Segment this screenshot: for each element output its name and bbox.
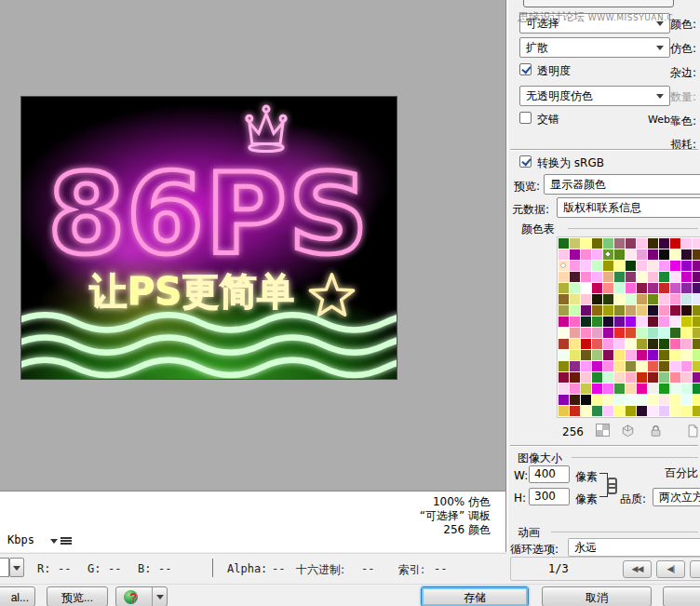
color-swatch[interactable] (648, 305, 658, 316)
color-swatch[interactable] (637, 406, 647, 416)
color-swatch[interactable] (681, 249, 692, 260)
color-swatch[interactable] (570, 261, 580, 271)
color-swatch[interactable] (637, 395, 647, 405)
height-input[interactable]: 300 (529, 488, 570, 505)
preview-image[interactable]: 86PS 让PS更简单 (20, 96, 397, 380)
color-swatch[interactable] (603, 328, 613, 338)
color-swatch[interactable] (559, 261, 569, 271)
color-swatch[interactable] (626, 272, 636, 282)
color-swatch[interactable] (648, 249, 658, 260)
color-swatch[interactable] (592, 305, 602, 316)
color-swatch[interactable] (659, 361, 669, 371)
color-swatch[interactable] (603, 283, 613, 293)
color-swatch[interactable] (614, 316, 625, 327)
color-swatch[interactable] (559, 384, 569, 394)
color-swatch[interactable] (592, 328, 602, 338)
color-swatch[interactable] (581, 361, 591, 371)
color-swatch[interactable] (603, 406, 613, 416)
color-swatch[interactable] (681, 372, 692, 383)
color-swatch[interactable] (670, 261, 680, 271)
color-swatch[interactable] (626, 328, 636, 338)
color-swatch[interactable] (659, 238, 669, 249)
color-swatch[interactable] (648, 350, 658, 360)
color-swatch[interactable] (681, 238, 692, 249)
color-swatch[interactable] (592, 261, 602, 271)
color-swatch[interactable] (626, 395, 636, 405)
color-swatch[interactable] (614, 350, 625, 360)
color-swatch[interactable] (637, 305, 647, 316)
color-swatch[interactable] (570, 238, 580, 249)
color-swatch[interactable] (670, 384, 680, 394)
color-swatch[interactable] (614, 372, 625, 383)
color-swatch[interactable] (681, 361, 692, 371)
color-swatch[interactable] (648, 328, 658, 338)
color-swatch[interactable] (626, 350, 636, 360)
color-swatch[interactable] (659, 384, 669, 394)
color-swatch[interactable] (637, 294, 647, 304)
color-swatch[interactable] (637, 350, 647, 360)
device-central-button[interactable]: al... (0, 586, 35, 606)
color-swatch[interactable] (659, 249, 669, 260)
color-swatch[interactable] (570, 384, 580, 394)
color-swatch[interactable] (693, 361, 700, 371)
color-swatch[interactable] (693, 283, 700, 293)
color-swatch[interactable] (637, 384, 647, 394)
color-swatch[interactable] (603, 316, 613, 327)
color-swatch[interactable] (592, 361, 602, 371)
color-swatch[interactable] (693, 328, 700, 338)
color-swatch[interactable] (581, 339, 591, 349)
color-swatch[interactable] (626, 361, 636, 371)
color-swatch[interactable] (581, 238, 591, 249)
color-swatch[interactable] (670, 294, 680, 304)
color-swatch[interactable] (603, 384, 613, 394)
color-swatch[interactable] (648, 339, 658, 349)
color-swatch[interactable] (681, 305, 692, 316)
color-swatch[interactable] (581, 384, 591, 394)
color-swatch[interactable] (581, 350, 591, 360)
color-swatch[interactable] (637, 316, 647, 327)
color-swatch[interactable] (559, 238, 569, 249)
color-swatch[interactable] (693, 294, 700, 304)
color-swatch[interactable] (603, 272, 613, 282)
color-swatch[interactable] (659, 305, 669, 316)
color-swatch[interactable] (681, 350, 692, 360)
color-swatch[interactable] (670, 372, 680, 383)
color-swatch[interactable] (570, 395, 580, 405)
color-swatch[interactable] (614, 361, 625, 371)
color-swatch[interactable] (581, 316, 591, 327)
color-swatch[interactable] (570, 339, 580, 349)
color-swatch[interactable] (570, 272, 580, 282)
color-swatch[interactable] (659, 350, 669, 360)
color-swatch[interactable] (648, 372, 658, 383)
done-button-clipped[interactable] (663, 586, 700, 606)
color-swatch[interactable] (681, 272, 692, 282)
color-swatch[interactable] (637, 361, 647, 371)
color-swatch[interactable] (659, 328, 669, 338)
color-swatch[interactable] (626, 238, 636, 249)
color-swatch[interactable] (592, 350, 602, 360)
color-swatch[interactable] (559, 316, 569, 327)
color-swatch[interactable] (648, 238, 658, 249)
color-swatch[interactable] (559, 283, 569, 293)
color-swatch[interactable] (570, 283, 580, 293)
color-swatch[interactable] (592, 272, 602, 282)
color-swatch[interactable] (626, 372, 636, 383)
transparency-dither-select[interactable]: 无透明度仿色 (519, 86, 670, 106)
color-swatch[interactable] (693, 272, 700, 282)
previous-frame-button[interactable]: ◀| (656, 560, 685, 578)
color-swatch[interactable] (693, 339, 700, 349)
color-reduction-select[interactable]: 可选择 (519, 13, 670, 34)
color-swatch[interactable] (693, 384, 700, 394)
color-swatch[interactable] (570, 361, 580, 371)
first-frame-button[interactable]: ◀◀ (623, 560, 652, 578)
color-swatch[interactable] (681, 339, 692, 349)
color-swatch[interactable] (592, 249, 602, 260)
color-swatch[interactable] (681, 283, 692, 293)
color-swatch[interactable] (603, 238, 613, 249)
color-swatch[interactable] (603, 305, 613, 316)
color-swatch[interactable] (614, 384, 625, 394)
color-swatch[interactable] (603, 249, 613, 260)
color-swatch[interactable] (659, 339, 669, 349)
color-swatch[interactable] (592, 238, 602, 249)
color-swatch[interactable] (648, 294, 658, 304)
